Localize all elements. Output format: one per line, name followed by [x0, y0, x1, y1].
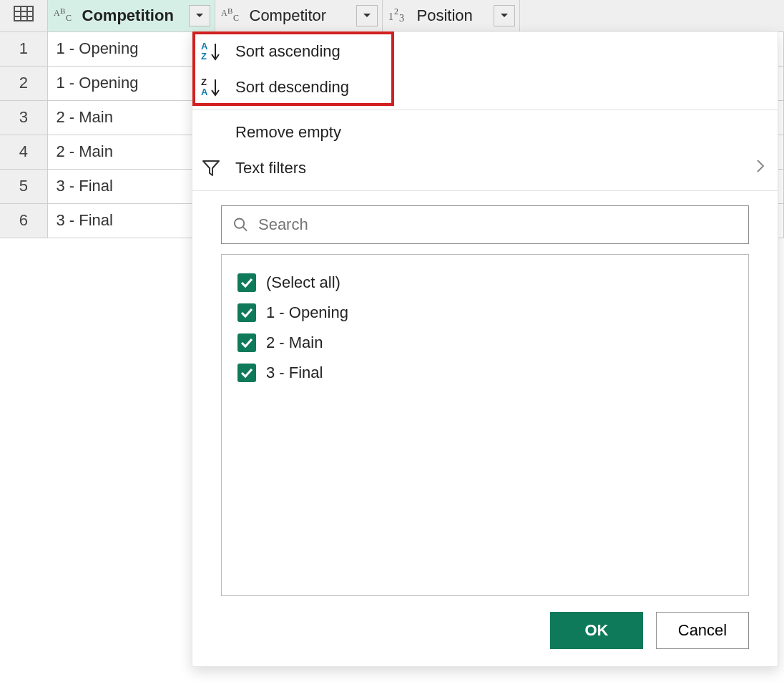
filter-dropdown-button[interactable]	[189, 5, 210, 26]
number-type-icon: 1 2 3	[388, 7, 413, 24]
column-header-position[interactable]: 1 2 3 Position	[382, 0, 519, 31]
table-icon	[14, 7, 34, 25]
menu-label: Sort descending	[235, 78, 765, 97]
checkbox-checked-icon[interactable]	[237, 364, 256, 382]
checkbox-checked-icon[interactable]	[237, 333, 256, 352]
menu-divider	[192, 109, 778, 110]
remove-empty-item[interactable]: Remove empty	[192, 114, 778, 150]
row-number[interactable]: 5	[0, 169, 47, 203]
checkbox-checked-icon[interactable]	[237, 303, 256, 322]
filter-option-label: 2 - Main	[266, 333, 323, 352]
row-number[interactable]: 1	[0, 31, 47, 66]
filter-option[interactable]: 3 - Final	[237, 358, 732, 388]
row-number[interactable]: 3	[0, 100, 47, 135]
checkbox-checked-icon[interactable]	[237, 273, 256, 292]
svg-text:Z: Z	[201, 51, 207, 62]
svg-text:A: A	[201, 87, 208, 97]
filter-option-select-all[interactable]: (Select all)	[237, 268, 732, 298]
search-icon	[233, 217, 248, 233]
caret-down-icon	[195, 13, 204, 19]
dialog-button-row: OK Cancel	[192, 596, 778, 649]
column-name: Competition	[82, 6, 189, 25]
corner-cell[interactable]	[0, 0, 47, 31]
chevron-right-icon	[756, 159, 765, 177]
row-number[interactable]: 2	[0, 66, 47, 100]
svg-point-20	[235, 218, 244, 228]
filter-dropdown-panel: A Z Sort ascending Z A Sort descending	[192, 31, 778, 667]
sort-ascending-item[interactable]: A Z Sort ascending	[192, 34, 778, 69]
svg-text:A: A	[221, 8, 227, 18]
funnel-icon	[201, 158, 235, 178]
svg-rect-0	[14, 6, 33, 21]
filter-option-label: (Select all)	[266, 273, 340, 292]
row-number[interactable]: 4	[0, 135, 47, 169]
filter-dropdown-button[interactable]	[356, 5, 378, 26]
svg-text:B: B	[227, 7, 232, 15]
row-number[interactable]: 6	[0, 203, 47, 238]
cancel-button[interactable]: Cancel	[656, 612, 749, 649]
filter-option[interactable]: 1 - Opening	[237, 298, 732, 328]
svg-text:1: 1	[388, 11, 393, 22]
caret-down-icon	[363, 13, 371, 19]
column-name: Position	[417, 6, 494, 25]
menu-label: Text filters	[235, 159, 756, 177]
filter-dropdown-button[interactable]	[494, 5, 515, 26]
sort-descending-icon: Z A	[201, 77, 235, 98]
filter-option[interactable]: 2 - Main	[237, 328, 732, 358]
search-input[interactable]	[257, 215, 737, 235]
sort-descending-item[interactable]: Z A Sort descending	[192, 69, 778, 105]
filter-option-label: 1 - Opening	[266, 303, 348, 322]
column-header-competition[interactable]: A B C Competition	[47, 0, 215, 31]
svg-text:3: 3	[399, 13, 404, 24]
search-box[interactable]	[221, 205, 749, 244]
svg-text:C: C	[233, 13, 239, 23]
svg-text:2: 2	[394, 7, 398, 16]
menu-label: Sort ascending	[235, 42, 765, 61]
svg-text:B: B	[60, 7, 65, 15]
svg-text:A: A	[54, 8, 60, 18]
text-filters-item[interactable]: Text filters	[192, 150, 778, 186]
header-row: A B C Competition A B C	[0, 0, 784, 31]
svg-line-21	[242, 227, 247, 231]
menu-label: Remove empty	[235, 123, 765, 142]
text-type-icon: A B C	[221, 7, 245, 24]
text-type-icon: A B C	[54, 7, 78, 24]
caret-down-icon	[500, 13, 509, 19]
header-empty	[519, 0, 784, 31]
sort-ascending-icon: A Z	[201, 41, 235, 62]
svg-text:Z: Z	[201, 77, 207, 87]
ok-button[interactable]: OK	[550, 612, 643, 649]
filter-option-label: 3 - Final	[266, 364, 323, 382]
column-name: Competitor	[250, 6, 356, 25]
svg-text:C: C	[66, 13, 72, 23]
column-header-competitor[interactable]: A B C Competitor	[215, 0, 382, 31]
filter-values-list[interactable]: (Select all) 1 - Opening 2 - Main 3 - Fi…	[221, 254, 749, 596]
menu-divider	[192, 190, 778, 191]
svg-text:A: A	[201, 41, 208, 52]
